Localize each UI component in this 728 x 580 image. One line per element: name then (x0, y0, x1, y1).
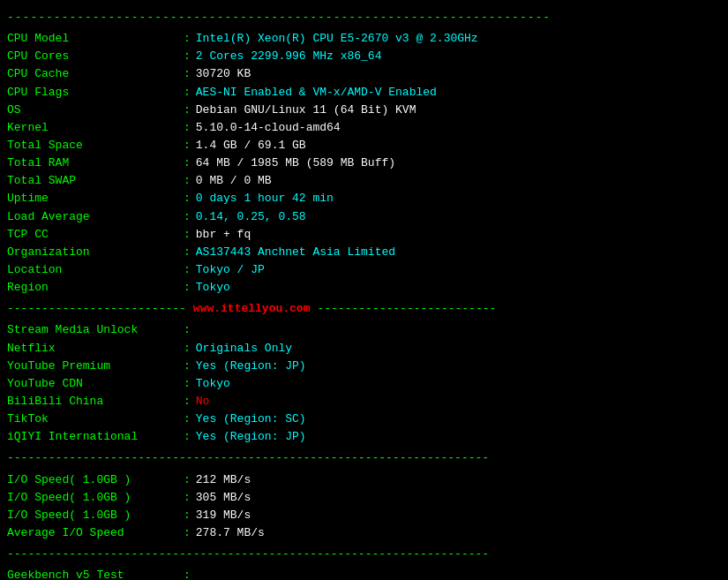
avg-io-label: Average I/O Speed (7, 524, 184, 542)
total-swap-value: 0 MB / 0 MB (196, 172, 272, 190)
os-label: OS (7, 102, 184, 119)
cpu-flags-value: AES-NI Enabled & VM-x/AMD-V Enabled (196, 84, 437, 102)
tcp-cc-value: bbr + fq (196, 226, 251, 244)
stream-section-label: Stream Media Unlock (7, 321, 184, 339)
stream-header-row: Stream Media Unlock : (7, 321, 721, 339)
iqiyi-row: iQIYI International : Yes (Region: JP) (7, 428, 721, 446)
io2-label: I/O Speed( 1.0GB ) (7, 489, 184, 507)
location-label: Location (7, 261, 184, 279)
location-row: Location : Tokyo / JP (7, 261, 721, 279)
total-swap-row: Total SWAP : 0 MB / 0 MB (7, 172, 721, 190)
youtube-premium-row: YouTube Premium : Yes (Region: JP) (7, 358, 721, 375)
cpu-flags-label: CPU Flags (7, 84, 184, 102)
bilibili-label: BiliBili China (7, 393, 184, 411)
io2-row: I/O Speed( 1.0GB ) : 305 MB/s (7, 489, 721, 507)
kernel-row: Kernel : 5.10.0-14-cloud-amd64 (7, 119, 721, 137)
region-row: Region : Tokyo (7, 279, 721, 297)
uptime-value: 0 days 1 hour 42 min (196, 190, 334, 207)
kernel-label: Kernel (7, 119, 184, 137)
avg-io-value: 278.7 MB/s (196, 524, 265, 542)
iqiyi-label: iQIYI International (7, 428, 184, 446)
total-ram-value: 64 MB / 1985 MB (589 MB Buff) (196, 154, 395, 172)
io2-value: 305 MB/s (196, 489, 251, 507)
brand-url: www.ittellyou.com (193, 300, 311, 318)
region-label: Region (7, 279, 184, 297)
uptime-label: Uptime (7, 190, 184, 207)
total-space-label: Total Space (7, 137, 184, 154)
youtube-cdn-label: YouTube CDN (7, 375, 184, 393)
avg-io-row: Average I/O Speed : 278.7 MB/s (7, 524, 721, 542)
total-space-row: Total Space : 1.4 GB / 69.1 GB (7, 137, 721, 154)
cpu-flags-row: CPU Flags : AES-NI Enabled & VM-x/AMD-V … (7, 84, 721, 102)
region-value: Tokyo (196, 279, 230, 297)
tiktok-row: TikTok : Yes (Region: SC) (7, 411, 721, 428)
geekbench-header-row: Geekbench v5 Test : (7, 567, 721, 580)
io-section: I/O Speed( 1.0GB ) : 212 MB/s I/O Speed(… (7, 471, 721, 543)
load-avg-row: Load Average : 0.14, 0.25, 0.58 (7, 208, 721, 226)
load-avg-label: Load Average (7, 208, 184, 226)
org-label: Organization (7, 244, 184, 261)
bilibili-value: No (196, 393, 210, 411)
youtube-cdn-value: Tokyo (196, 375, 230, 393)
geekbench-test-label: Geekbench v5 Test (7, 567, 184, 580)
youtube-premium-label: YouTube Premium (7, 358, 184, 375)
io1-label: I/O Speed( 1.0GB ) (7, 471, 184, 489)
youtube-premium-value: Yes (Region: JP) (196, 358, 306, 375)
io1-value: 212 MB/s (196, 471, 251, 489)
cpu-cache-value: 30720 KB (196, 65, 251, 83)
tcp-cc-label: TCP CC (7, 226, 184, 244)
total-swap-label: Total SWAP (7, 172, 184, 190)
total-space-value: 1.4 GB / 69.1 GB (196, 137, 306, 154)
netflix-value: Originals Only (196, 340, 292, 358)
cpu-cores-value: 2 Cores 2299.996 MHz x86_64 (196, 48, 382, 65)
kernel-value: 5.10.0-14-cloud-amd64 (196, 119, 341, 137)
brand-divider: -------------------------- www.ittellyou… (7, 300, 721, 318)
os-value: Debian GNU/Linux 11 (64 Bit) KVM (196, 102, 417, 119)
io3-row: I/O Speed( 1.0GB ) : 319 MB/s (7, 507, 721, 524)
tiktok-label: TikTok (7, 411, 184, 428)
org-row: Organization : AS137443 Anchnet Asia Lim… (7, 244, 721, 261)
location-value: Tokyo / JP (196, 261, 265, 279)
geekbench-divider: ----------------------------------------… (7, 546, 721, 563)
tiktok-value: Yes (Region: SC) (196, 411, 306, 428)
io3-value: 319 MB/s (196, 507, 251, 524)
netflix-label: Netflix (7, 340, 184, 358)
tcp-cc-row: TCP CC : bbr + fq (7, 226, 721, 244)
bilibili-row: BiliBili China : No (7, 393, 721, 411)
uptime-row: Uptime : 0 days 1 hour 42 min (7, 190, 721, 207)
cpu-model-row: CPU Model : Intel(R) Xeon(R) CPU E5-2670… (7, 30, 721, 48)
youtube-cdn-row: YouTube CDN : Tokyo (7, 375, 721, 393)
io3-label: I/O Speed( 1.0GB ) (7, 507, 184, 524)
geekbench-section: Geekbench v5 Test : Single Core : 464 Mu… (7, 567, 721, 580)
cpu-cores-label: CPU Cores (7, 48, 184, 65)
cpu-cache-row: CPU Cache : 30720 KB (7, 65, 721, 83)
total-ram-label: Total RAM (7, 154, 184, 172)
top-divider: ----------------------------------------… (7, 9, 721, 26)
system-section: ----------------------------------------… (7, 9, 721, 297)
cpu-model-value: Intel(R) Xeon(R) CPU E5-2670 v3 @ 2.30GH… (196, 30, 478, 48)
total-ram-row: Total RAM : 64 MB / 1985 MB (589 MB Buff… (7, 154, 721, 172)
org-value: AS137443 Anchnet Asia Limited (196, 244, 395, 261)
stream-section: Stream Media Unlock : Netflix : Original… (7, 321, 721, 446)
os-row: OS : Debian GNU/Linux 11 (64 Bit) KVM (7, 102, 721, 119)
cpu-model-label: CPU Model (7, 30, 184, 48)
io1-row: I/O Speed( 1.0GB ) : 212 MB/s (7, 471, 721, 489)
cpu-cache-label: CPU Cache (7, 65, 184, 83)
cpu-cores-row: CPU Cores : 2 Cores 2299.996 MHz x86_64 (7, 48, 721, 65)
iqiyi-value: Yes (Region: JP) (196, 428, 306, 446)
io-divider: ----------------------------------------… (7, 449, 721, 467)
netflix-row: Netflix : Originals Only (7, 340, 721, 358)
load-avg-value: 0.14, 0.25, 0.58 (196, 208, 306, 226)
